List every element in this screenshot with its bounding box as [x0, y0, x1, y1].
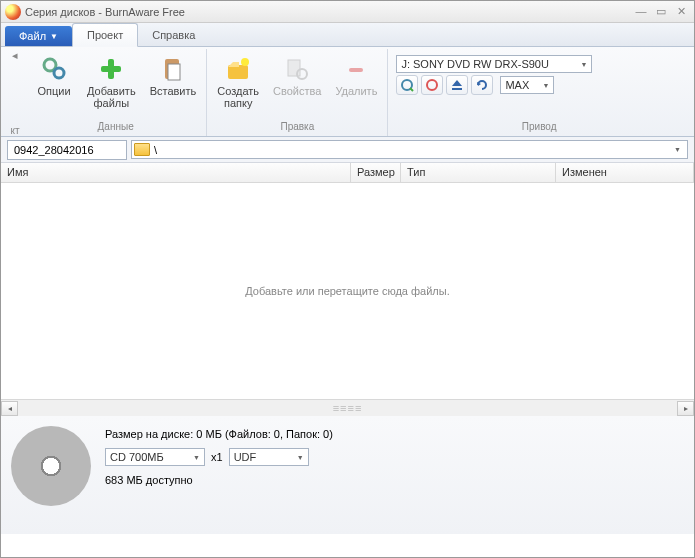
- refresh-button[interactable]: [471, 75, 493, 95]
- multiplier-label: x1: [211, 451, 223, 463]
- add-files-button[interactable]: Добавить файлы: [81, 51, 142, 113]
- close-button[interactable]: ✕: [672, 5, 690, 19]
- svg-rect-6: [228, 65, 248, 79]
- chevron-down-icon: ▼: [193, 454, 200, 461]
- drive-select[interactable]: J: SONY DVD RW DRX-S90U ▼: [396, 55, 592, 73]
- tab-project[interactable]: Проект: [72, 23, 138, 47]
- speed-select[interactable]: MAX ▼: [500, 76, 554, 94]
- delete-button[interactable]: Удалить: [329, 51, 383, 101]
- new-folder-icon: [224, 55, 252, 83]
- svg-point-12: [427, 80, 437, 90]
- window-title: Серия дисков - BurnAware Free: [25, 6, 630, 18]
- empty-hint: Добавьте или перетащите сюда файлы.: [245, 285, 449, 297]
- scrollbar[interactable]: ◂ ≡≡≡≡ ▸: [1, 399, 694, 416]
- plus-icon: [97, 55, 125, 83]
- chevron-down-icon: ▼: [670, 146, 685, 153]
- app-icon: [5, 4, 21, 20]
- maximize-button[interactable]: ▭: [652, 5, 670, 19]
- tab-strip: Файл ▼ Проект Справка: [1, 23, 694, 47]
- disc-name-input[interactable]: [7, 140, 127, 160]
- svg-rect-8: [288, 60, 300, 76]
- path-select[interactable]: \ ▼: [131, 140, 688, 159]
- ribbon: ◂ кт Опции Добавить файлы Вставить Данны…: [1, 47, 694, 137]
- column-headers: Имя Размер Тип Изменен: [1, 163, 694, 183]
- chevron-left-icon: ◂: [12, 49, 18, 62]
- dropdown-icon: ▼: [50, 32, 58, 41]
- path-bar: \ ▼: [1, 137, 694, 163]
- tab-help[interactable]: Справка: [138, 24, 209, 46]
- minimize-button[interactable]: —: [632, 5, 650, 19]
- eject-button[interactable]: [446, 75, 468, 95]
- col-size[interactable]: Размер: [351, 163, 401, 182]
- properties-icon: [283, 55, 311, 83]
- col-modified[interactable]: Изменен: [556, 163, 694, 182]
- media-select[interactable]: CD 700МБ ▼: [105, 448, 205, 466]
- scroll-grip[interactable]: ≡≡≡≡: [18, 402, 677, 414]
- paste-button[interactable]: Вставить: [144, 51, 203, 101]
- group-data-label: Данные: [29, 119, 202, 134]
- filesystem-select[interactable]: UDF ▼: [229, 448, 309, 466]
- svg-rect-5: [168, 64, 180, 80]
- svg-rect-10: [349, 68, 363, 72]
- clipboard-icon: [159, 55, 187, 83]
- titlebar: Серия дисков - BurnAware Free — ▭ ✕: [1, 1, 694, 23]
- properties-button[interactable]: Свойства: [267, 51, 327, 101]
- svg-rect-13: [452, 88, 462, 90]
- options-button[interactable]: Опции: [29, 51, 79, 101]
- group-drive-label: Привод: [392, 119, 686, 134]
- create-folder-button[interactable]: Создать папку: [211, 51, 265, 113]
- file-menu[interactable]: Файл ▼: [5, 26, 72, 46]
- status-bar: Размер на диске: 0 МБ (Файлов: 0, Папок:…: [1, 416, 694, 534]
- chevron-down-icon: ▼: [542, 82, 549, 89]
- free-space: 683 МБ доступно: [105, 474, 333, 486]
- gear-icon: [40, 55, 68, 83]
- scroll-left[interactable]: ◂: [1, 401, 18, 416]
- drive-action-2[interactable]: [421, 75, 443, 95]
- svg-rect-3: [101, 66, 121, 72]
- drive-action-1[interactable]: [396, 75, 418, 95]
- scroll-right[interactable]: ▸: [677, 401, 694, 416]
- col-name[interactable]: Имя: [1, 163, 351, 182]
- file-label: Файл: [19, 30, 46, 42]
- col-type[interactable]: Тип: [401, 163, 556, 182]
- group-edit-label: Правка: [211, 119, 383, 134]
- file-list[interactable]: Добавьте или перетащите сюда файлы.: [1, 183, 694, 399]
- svg-point-1: [54, 68, 64, 78]
- delete-icon: [342, 55, 370, 83]
- disc-graphic: [11, 426, 91, 506]
- folder-icon: [134, 143, 150, 156]
- chevron-down-icon: ▼: [297, 454, 304, 461]
- svg-point-7: [241, 58, 249, 66]
- ribbon-nav-left[interactable]: ◂ кт: [5, 49, 25, 136]
- disc-summary: Размер на диске: 0 МБ (Файлов: 0, Папок:…: [105, 428, 333, 440]
- chevron-down-icon: ▼: [580, 61, 587, 68]
